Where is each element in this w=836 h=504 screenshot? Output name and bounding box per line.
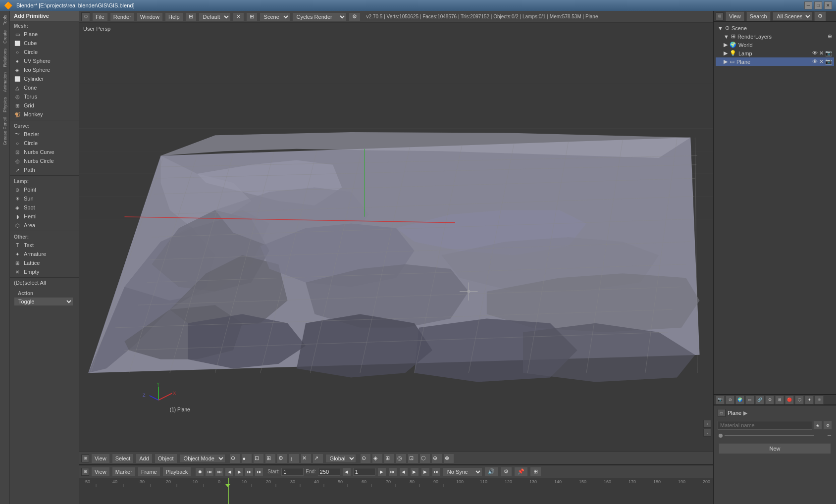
jump-last-btn[interactable]: ⏭ [432, 467, 441, 476]
lamp-sun-item[interactable]: ☀ Sun [10, 194, 79, 203]
relations-tab[interactable]: Relations [1, 47, 8, 69]
increase-frame-btn[interactable]: ▶ [377, 467, 386, 476]
animation-tab[interactable]: Animation [1, 70, 8, 94]
outliner-settings-btn[interactable]: ⚙ [814, 11, 826, 21]
curve-bezier-item[interactable]: 〜 Bezier [10, 130, 79, 139]
vp-icon-3[interactable]: ⊡ [253, 454, 264, 463]
nurbs-curve-item[interactable]: ⊡ Nurbs Curve [10, 148, 79, 156]
render-props-btn[interactable]: 📷 [716, 396, 725, 404]
path-item[interactable]: ↗ Path [10, 165, 79, 174]
playback-btn[interactable]: Playback [162, 467, 192, 477]
render-settings-btn[interactable]: ⚙ [349, 12, 361, 21]
scene-props-btn[interactable]: ⊙ [726, 396, 734, 404]
record-btn[interactable]: ⏺ [195, 467, 204, 476]
select-menu-btn[interactable]: Select [112, 454, 134, 463]
timeline-type-btn[interactable]: ⊞ [81, 468, 89, 476]
lamp-eye-icon[interactable]: 👁 [812, 50, 818, 56]
end-frame-input[interactable] [318, 468, 340, 476]
other-text-item[interactable]: T Text [10, 241, 79, 250]
plane-render-icon[interactable]: 📷 [825, 58, 832, 65]
play-reverse-btn[interactable]: ◀ [225, 467, 234, 476]
vp-icon-6[interactable]: ↕ [289, 454, 300, 463]
tree-plane[interactable]: ▶ ▭ Plane 👁 ✕ 📷 [716, 57, 834, 66]
vp-icon-4[interactable]: ⊞ [265, 454, 276, 463]
full-view-btn[interactable]: ⊞ [530, 467, 541, 477]
start-frame-input[interactable] [281, 468, 304, 476]
data-props-btn[interactable]: ⊞ [775, 396, 784, 404]
mesh-monkey-item[interactable]: 🐒 Monkey [10, 110, 79, 119]
viewport-area[interactable]: User Persp [79, 23, 713, 452]
vp-icon-12[interactable]: ◎ [396, 454, 407, 463]
plane-cursor-icon[interactable]: ✕ [819, 58, 824, 65]
action-select[interactable]: Toggle [14, 297, 73, 306]
search-outliner-btn[interactable]: Search [746, 11, 771, 21]
editor-type-btn[interactable]: ⊞ [185, 12, 197, 21]
tree-lamp[interactable]: ▶ 💡 Lamp 👁 ✕ 📷 [716, 49, 834, 57]
viewport-type-btn[interactable]: ⊞ [81, 454, 89, 462]
current-frame-input[interactable] [353, 468, 375, 476]
audio-settings-btn[interactable]: ⚙ [500, 467, 512, 477]
vp-icon-10[interactable]: ◈ [372, 454, 383, 463]
modifier-props-btn[interactable]: ⚙ [765, 396, 774, 404]
scene-select[interactable]: Scene [260, 12, 290, 21]
lamp-render-icon[interactable]: 📷 [825, 50, 832, 56]
world-props-btn[interactable]: 🌍 [735, 396, 744, 404]
view-menu-btn[interactable]: View [91, 454, 110, 463]
grease-pencil-tab[interactable]: Grease Pencil [1, 115, 8, 148]
other-lattice-item[interactable]: ⊞ Lattice [10, 258, 79, 267]
next-keyframe-btn[interactable]: ⏭ [245, 467, 254, 476]
tools-tab[interactable]: Tools [1, 13, 8, 27]
viewport-zoom-out[interactable]: - [703, 429, 711, 437]
mesh-uvsphere-item[interactable]: ● UV Sphere [10, 56, 79, 65]
help-menu[interactable]: Help [165, 12, 183, 21]
vp-icon-9[interactable]: ⊙ [360, 454, 371, 463]
material-props-btn[interactable]: 🔴 [785, 396, 794, 404]
mesh-plane-item[interactable]: ▭ Plane [10, 30, 79, 39]
marker-btn[interactable]: Marker [112, 467, 136, 477]
vp-icon-7[interactable]: ✕ [301, 454, 312, 463]
object-mode-select[interactable]: Object Mode [179, 454, 225, 463]
tree-scene[interactable]: ▼ ⊙ Scene [716, 24, 834, 32]
mesh-cylinder-item[interactable]: ⬜ Cylinder [10, 74, 79, 83]
add-menu-btn[interactable]: Add [136, 454, 153, 463]
full-screen-btn[interactable]: ⊞ [246, 12, 258, 21]
render-menu[interactable]: Render [110, 12, 135, 21]
scene-icon-btn[interactable]: ⬡ [81, 12, 90, 21]
viewport-zoom-in[interactable]: + [703, 420, 711, 428]
constraint-props-btn[interactable]: 🔗 [755, 396, 764, 404]
prev-keyframe-btn[interactable]: ⏮ [205, 467, 214, 476]
physics-props-btn[interactable]: ⚛ [815, 396, 824, 404]
sync-select[interactable]: No Sync [443, 467, 482, 476]
outliner-type-btn[interactable]: ⊞ [716, 12, 724, 20]
slider-bar[interactable] [725, 435, 814, 436]
view-outliner-btn[interactable]: View [726, 11, 744, 21]
vp-icon-11[interactable]: ⊞ [384, 454, 395, 463]
vp-icon-15[interactable]: ⊕ [431, 454, 442, 463]
deselect-all-item[interactable]: (De)select All [10, 279, 79, 287]
mesh-circle-item[interactable]: ○ Circle [10, 48, 79, 56]
object-menu-btn[interactable]: Object [155, 454, 177, 463]
vp-icon-16[interactable]: ⊗ [443, 454, 454, 463]
lamp-hemi-item[interactable]: ◗ Hemi [10, 212, 79, 221]
vp-icon-2[interactable]: ● [241, 454, 252, 463]
minimize-button[interactable]: ─ [804, 1, 812, 9]
vp-icon-14[interactable]: ⬡ [419, 454, 430, 463]
mesh-grid-item[interactable]: ⊞ Grid [10, 101, 79, 110]
maximize-button[interactable]: □ [814, 1, 822, 9]
play-anim-btn[interactable]: ▶ [410, 467, 419, 476]
material-name-input[interactable] [718, 421, 812, 430]
next-frame-btn[interactable]: ▶ [421, 467, 430, 476]
jump-end-btn[interactable]: ⏭ [255, 467, 263, 476]
mesh-cone-item[interactable]: △ Cone [10, 83, 79, 92]
jump-first-btn[interactable]: ⏮ [388, 467, 397, 476]
other-armature-item[interactable]: ✦ Armature [10, 250, 79, 258]
material-settings-btn[interactable]: ⚙ [823, 421, 832, 430]
file-menu[interactable]: File [92, 12, 108, 21]
lamp-cursor-icon[interactable]: ✕ [819, 50, 824, 56]
prev-frame-btn[interactable]: ◀ [399, 467, 408, 476]
play-btn[interactable]: ▶ [235, 467, 244, 476]
tree-world[interactable]: ▶ 🌍 World [716, 41, 834, 49]
plane-eye-icon[interactable]: 👁 [812, 58, 818, 65]
vp-icon-8[interactable]: ↗ [313, 454, 323, 463]
view-timeline-btn[interactable]: View [91, 467, 110, 477]
